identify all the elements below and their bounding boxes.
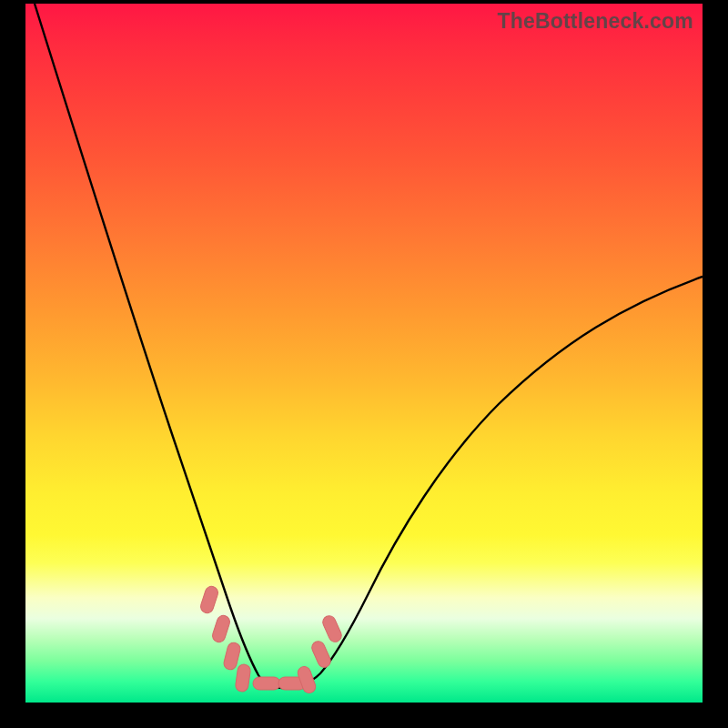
svg-rect-8	[321, 613, 344, 643]
svg-rect-3	[235, 663, 251, 693]
svg-rect-1	[211, 614, 232, 644]
curve-path	[35, 4, 703, 688]
plot-area: TheBottleneck.com	[25, 4, 703, 703]
svg-rect-4	[253, 677, 280, 690]
curve-markers	[199, 585, 344, 695]
bottleneck-curve	[25, 4, 703, 703]
svg-rect-0	[199, 585, 220, 615]
svg-rect-7	[310, 639, 333, 669]
chart-frame: TheBottleneck.com	[0, 0, 728, 728]
